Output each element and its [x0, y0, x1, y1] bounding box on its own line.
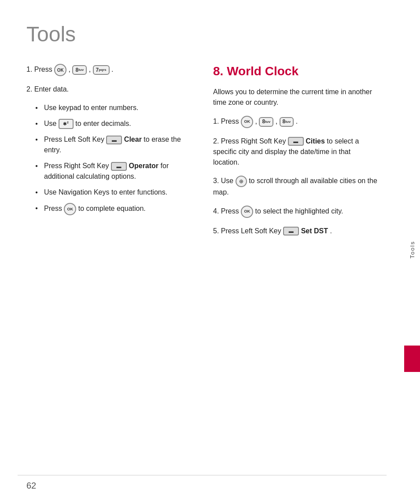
- section-heading: 8. World Clock: [213, 64, 378, 79]
- right-step-5-period: .: [330, 227, 332, 235]
- right-step-2-bold: Cities: [306, 137, 325, 145]
- bullet-clear: Press Left Soft Key ▬ Clear to erase the…: [35, 134, 191, 155]
- right-step-5: 5. Press Left Soft Key ▬ Set DST .: [213, 226, 378, 236]
- right-soft-key-operator: ▬: [111, 162, 127, 171]
- bullet-operator-text-before: Press Right Soft Key: [44, 162, 111, 169]
- main-content: Tools 1. Press OK , 8 tuv , 7 pqrs . 2. …: [0, 0, 404, 504]
- ok-key-1: OK: [54, 64, 66, 76]
- right-step-5-bold: Set DST: [301, 227, 328, 235]
- key-8tuv-1: 8 tuv: [72, 65, 87, 75]
- nav-key: ⊕: [236, 176, 247, 187]
- section-description: Allows you to determine the current time…: [213, 87, 378, 108]
- section-number: 8.: [213, 64, 223, 78]
- left-step-2: 2. Enter data.: [26, 84, 191, 95]
- bullet-ok-text-before: Press: [44, 205, 64, 213]
- two-column-layout: 1. Press OK , 8 tuv , 7 pqrs . 2. Enter …: [26, 64, 378, 244]
- bullet-keypad: Use keypad to enter numbers.: [35, 103, 191, 113]
- right-step-1-text: 1. Press: [213, 118, 241, 125]
- bullet-decimals-text-before: Use: [44, 120, 59, 127]
- right-step-4-text-after: to select the highlighted city.: [255, 207, 343, 215]
- bullet-keypad-text: Use keypad to enter numbers.: [44, 104, 138, 111]
- right-column: 8. World Clock Allows you to determine t…: [213, 64, 378, 244]
- comma-2: ,: [89, 66, 93, 73]
- key-8tuv-right-2: 8 tuv: [280, 117, 294, 127]
- right-step-2-number: 2. Press Right Soft Key: [213, 137, 288, 145]
- sidebar-label: Tools: [409, 241, 416, 258]
- section-title: World Clock: [227, 64, 298, 78]
- right-step-1-comma-1: ,: [255, 118, 259, 125]
- bullet-clear-bold: Clear: [124, 136, 142, 143]
- right-step-1: 1. Press OK , 8 tuv , 8 tuv .: [213, 116, 378, 128]
- bullet-ok: Press OK to complete equation.: [35, 203, 191, 215]
- left-step-1-text: 1. Press: [26, 66, 54, 73]
- page-title: Tools: [26, 22, 378, 46]
- bullet-nav-text: Use Navigation Keys to enter functions.: [44, 188, 167, 196]
- shift-icon: ✱⇧: [63, 121, 69, 127]
- right-step-5-text-before: 5. Press Left Soft Key: [213, 227, 283, 235]
- bullet-clear-text-before: Press Left Soft Key: [44, 136, 106, 143]
- shift-key: ✱⇧: [59, 119, 74, 129]
- ok-key-complete: OK: [64, 203, 76, 215]
- comma-1: ,: [69, 66, 73, 73]
- ok-key-right-4: OK: [241, 206, 253, 218]
- right-step-4-text-before: 4. Press: [213, 207, 241, 215]
- ok-key-right-1: OK: [241, 116, 253, 128]
- bullet-operator: Press Right Soft Key ▬ Operator for addi…: [35, 161, 191, 182]
- right-step-1-period: .: [296, 118, 298, 125]
- right-step-4: 4. Press OK to select the highlighted ci…: [213, 206, 378, 218]
- left-column: 1. Press OK , 8 tuv , 7 pqrs . 2. Enter …: [26, 64, 191, 244]
- sidebar: Tools: [404, 0, 420, 504]
- bullet-ok-text-after: to complete equation.: [78, 205, 146, 213]
- left-step-1: 1. Press OK , 8 tuv , 7 pqrs .: [26, 64, 191, 76]
- period-1: .: [111, 66, 113, 73]
- right-step-3-text-before: 3. Use: [213, 177, 236, 184]
- left-soft-key-clear: ▬: [106, 136, 122, 144]
- sidebar-accent: [404, 346, 420, 372]
- right-step-3: 3. Use ⊕ to scroll through all available…: [213, 176, 378, 198]
- right-step-1-comma-2: ,: [276, 118, 280, 125]
- key-7pqrs: 7 pqrs: [93, 65, 110, 75]
- left-step-2-label: 2. Enter data.: [26, 85, 69, 93]
- left-soft-key-set-dst: ▬: [283, 227, 299, 235]
- bullet-list: Use keypad to enter numbers. Use ✱⇧ to e…: [35, 103, 191, 215]
- bullet-operator-bold: Operator: [129, 162, 159, 169]
- right-step-2: 2. Press Right Soft Key ▬ Cities to sele…: [213, 136, 378, 168]
- right-soft-key-cities: ▬: [288, 137, 304, 146]
- bottom-divider: [18, 475, 387, 475]
- key-8tuv-right-1: 8 tuv: [259, 117, 273, 127]
- bullet-decimals: Use ✱⇧ to enter decimals.: [35, 118, 191, 129]
- page-number: 62: [26, 481, 36, 491]
- bullet-nav-keys: Use Navigation Keys to enter functions.: [35, 187, 191, 198]
- bullet-decimals-text-after: to enter decimals.: [75, 120, 131, 127]
